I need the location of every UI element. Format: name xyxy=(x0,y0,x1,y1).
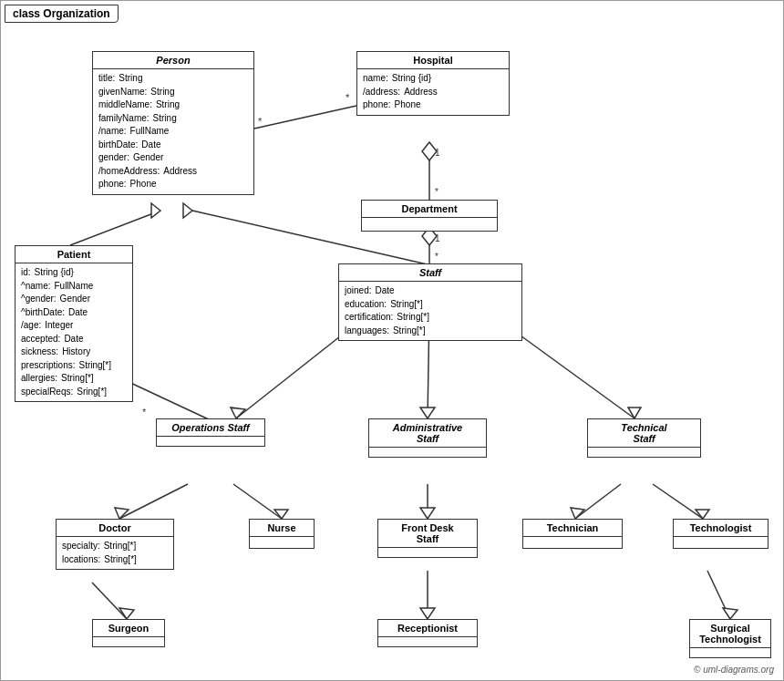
nurse-class-name: Nurse xyxy=(250,520,314,537)
nurse-class: Nurse xyxy=(249,519,315,549)
svg-text:*: * xyxy=(258,116,263,127)
technologist-class-name: Technologist xyxy=(674,520,768,537)
department-class-name: Department xyxy=(362,201,497,218)
surgeon-class-attrs xyxy=(93,637,164,646)
svg-marker-33 xyxy=(696,510,709,519)
operations-staff-class-name: Operations Staff xyxy=(157,419,264,437)
svg-marker-23 xyxy=(628,408,641,418)
svg-text:*: * xyxy=(142,407,147,418)
staff-class-name: Staff xyxy=(339,264,521,282)
technician-class: Technician xyxy=(522,519,623,549)
diagram-container: class Organization * * 1 * 1 * xyxy=(0,0,784,681)
nurse-class-attrs xyxy=(250,537,314,548)
svg-text:1: 1 xyxy=(435,233,440,243)
department-class: Department xyxy=(361,200,498,232)
svg-marker-31 xyxy=(571,508,584,519)
surgical-technologist-class-name: Surgical Technologist xyxy=(690,620,770,648)
svg-marker-29 xyxy=(420,508,435,519)
svg-marker-37 xyxy=(420,608,435,619)
svg-line-26 xyxy=(233,484,282,519)
person-class-attrs: title:String givenName:String middleName… xyxy=(93,69,253,194)
svg-text:*: * xyxy=(435,252,438,262)
receptionist-class-attrs xyxy=(378,637,477,646)
svg-text:*: * xyxy=(346,92,350,103)
diagram-title: class Organization xyxy=(5,5,119,23)
hospital-class-attrs: name:String {id} /address:Address phone:… xyxy=(357,69,509,115)
administrative-staff-class: Administrative Staff xyxy=(368,418,487,458)
hospital-class: Hospital name:String {id} /address:Addre… xyxy=(356,51,510,116)
surgeon-class: Surgeon xyxy=(92,619,165,647)
person-class: Person title:String givenName:String mid… xyxy=(92,51,254,195)
svg-marker-27 xyxy=(274,510,288,519)
svg-marker-4 xyxy=(422,142,437,160)
patient-class-name: Patient xyxy=(15,246,132,263)
svg-line-32 xyxy=(653,484,703,519)
svg-text:1: 1 xyxy=(435,148,440,158)
staff-class: Staff joined:Date education:String[*] ce… xyxy=(338,263,522,341)
technical-staff-class: Technical Staff xyxy=(587,418,701,458)
surgeon-class-name: Surgeon xyxy=(93,620,164,637)
svg-line-24 xyxy=(119,484,188,519)
person-class-name: Person xyxy=(93,52,253,69)
receptionist-class: Receptionist xyxy=(377,619,478,647)
svg-text:*: * xyxy=(435,187,438,197)
patient-class: Patient id:String {id} ^name:FullName ^g… xyxy=(15,245,133,402)
patient-class-attrs: id:String {id} ^name:FullName ^gender:Ge… xyxy=(15,263,132,401)
technician-class-attrs xyxy=(523,537,622,548)
doctor-class: Doctor specialty:String[*] locations:Str… xyxy=(56,519,174,570)
hospital-class-name: Hospital xyxy=(357,52,509,69)
operations-staff-class: Operations Staff xyxy=(156,418,265,447)
svg-line-34 xyxy=(92,583,127,619)
svg-line-0 xyxy=(254,106,356,129)
svg-line-30 xyxy=(575,484,621,519)
copyright-text: © uml-diagrams.org xyxy=(694,665,774,675)
doctor-class-attrs: specialty:String[*] locations:String[*] xyxy=(57,537,173,569)
svg-marker-39 xyxy=(723,608,738,619)
technical-staff-class-name: Technical Staff xyxy=(588,419,700,448)
front-desk-staff-class-name: Front Desk Staff xyxy=(378,520,477,548)
technical-staff-class-attrs xyxy=(588,448,700,457)
administrative-staff-class-name: Administrative Staff xyxy=(369,419,486,448)
surgical-technologist-class-attrs xyxy=(690,648,770,657)
svg-marker-25 xyxy=(115,508,129,519)
svg-marker-35 xyxy=(119,608,134,619)
receptionist-class-name: Receptionist xyxy=(378,620,477,637)
operations-staff-class-attrs xyxy=(157,437,264,446)
svg-line-38 xyxy=(707,571,730,619)
svg-marker-19 xyxy=(231,408,245,418)
administrative-staff-class-attrs xyxy=(369,448,486,457)
surgical-technologist-class: Surgical Technologist xyxy=(689,619,771,658)
svg-marker-12 xyxy=(151,203,160,218)
svg-marker-21 xyxy=(420,408,435,418)
svg-marker-14 xyxy=(183,203,192,218)
technologist-class-attrs xyxy=(674,537,768,548)
staff-class-attrs: joined:Date education:String[*] certific… xyxy=(339,282,521,340)
front-desk-staff-class: Front Desk Staff xyxy=(377,519,478,558)
front-desk-staff-class-attrs xyxy=(378,548,477,557)
technician-class-name: Technician xyxy=(523,520,622,537)
doctor-class-name: Doctor xyxy=(57,520,173,537)
department-class-attrs xyxy=(362,218,497,231)
technologist-class: Technologist xyxy=(673,519,769,549)
svg-line-11 xyxy=(70,211,160,245)
